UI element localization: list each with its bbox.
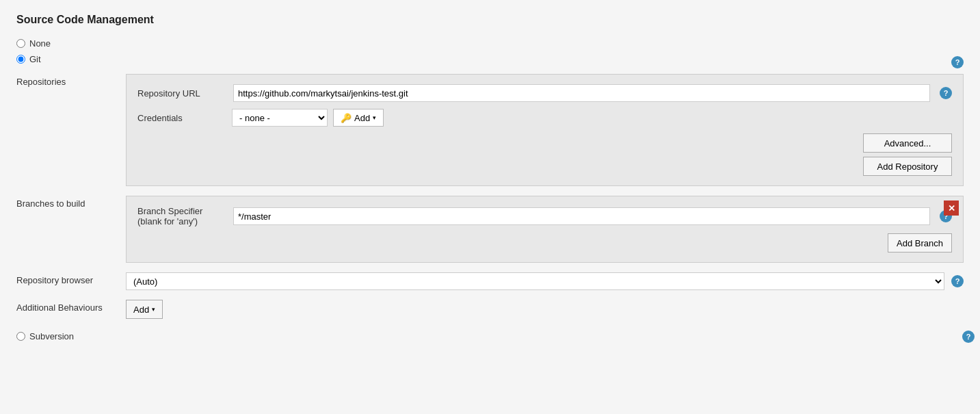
repo-url-label: Repository URL xyxy=(137,88,226,99)
additional-behaviours-label: Additional Behaviours xyxy=(16,300,126,313)
repositories-help-icon[interactable]: ? xyxy=(951,56,964,68)
key-icon: 🔑 xyxy=(341,113,352,123)
repo-browser-content: (Auto) ? xyxy=(126,272,964,290)
repo-url-input[interactable] xyxy=(233,84,930,102)
form-rows: Repositories Repository URL ? Credential… xyxy=(16,74,964,341)
branches-label: Branches to build xyxy=(16,196,126,209)
scm-options: None Git xyxy=(16,38,964,64)
page-container: Source Code Management None Git Reposito… xyxy=(0,0,980,414)
add-credentials-button[interactable]: 🔑 Add ▾ xyxy=(333,109,384,127)
page-title: Source Code Management xyxy=(16,14,964,26)
repositories-label: Repositories xyxy=(16,74,126,87)
credentials-label: Credentials xyxy=(137,113,226,123)
branch-specifier-row: Branch Specifier (blank for 'any') ? xyxy=(137,206,952,227)
repo-url-row: Repository URL ? xyxy=(137,84,952,102)
advanced-button[interactable]: Advanced... xyxy=(863,133,952,153)
subversion-help-icon[interactable]: ? xyxy=(962,331,975,343)
additional-behaviours-content: Add ▾ xyxy=(126,300,964,319)
branch-specifier-label: Branch Specifier (blank for 'any') xyxy=(137,206,226,227)
subversion-row: Subversion ? xyxy=(16,331,964,341)
subversion-label: Subversion xyxy=(29,331,74,341)
credentials-select[interactable]: - none - xyxy=(232,109,328,127)
add-branch-row: Add Branch xyxy=(137,233,952,253)
credentials-row: Credentials - none - 🔑 Add ▾ xyxy=(137,109,952,127)
radio-option-none[interactable]: None xyxy=(16,38,964,49)
repo-browser-help-icon[interactable]: ? xyxy=(951,275,964,287)
repo-url-help-icon[interactable]: ? xyxy=(940,87,952,99)
branches-panel: ✕ Branch Specifier (blank for 'any') ? A… xyxy=(126,196,964,263)
repositories-panel-actions: Advanced... Add Repository xyxy=(137,133,952,176)
branches-row: Branches to build ✕ Branch Specifier (bl… xyxy=(16,196,964,263)
repositories-content: Repository URL ? Credentials - none - 🔑 … xyxy=(126,74,964,186)
repo-browser-row: Repository browser (Auto) ? xyxy=(16,272,964,290)
branches-content: ✕ Branch Specifier (blank for 'any') ? A… xyxy=(126,196,964,263)
repositories-row: Repositories Repository URL ? Credential… xyxy=(16,74,964,186)
repo-browser-select[interactable]: (Auto) xyxy=(126,272,944,290)
radio-none[interactable] xyxy=(16,39,25,48)
additional-behaviours-row: Additional Behaviours Add ▾ xyxy=(16,300,964,319)
add-branch-button[interactable]: Add Branch xyxy=(888,233,952,253)
add-repository-button[interactable]: Add Repository xyxy=(863,157,952,176)
radio-none-label: None xyxy=(29,38,51,49)
radio-subversion[interactable] xyxy=(16,332,25,341)
branch-specifier-input[interactable] xyxy=(233,207,930,225)
repo-browser-label: Repository browser xyxy=(16,272,126,285)
add-behaviours-chevron-icon: ▾ xyxy=(152,306,155,313)
radio-git[interactable] xyxy=(16,55,25,64)
repositories-panel: Repository URL ? Credentials - none - 🔑 … xyxy=(126,74,964,186)
delete-branch-button[interactable]: ✕ xyxy=(944,200,959,216)
add-cred-chevron-icon: ▾ xyxy=(373,114,376,121)
radio-git-label: Git xyxy=(29,54,41,64)
radio-option-git[interactable]: Git xyxy=(16,54,964,64)
additional-behaviours-add-button[interactable]: Add ▾ xyxy=(126,300,163,319)
